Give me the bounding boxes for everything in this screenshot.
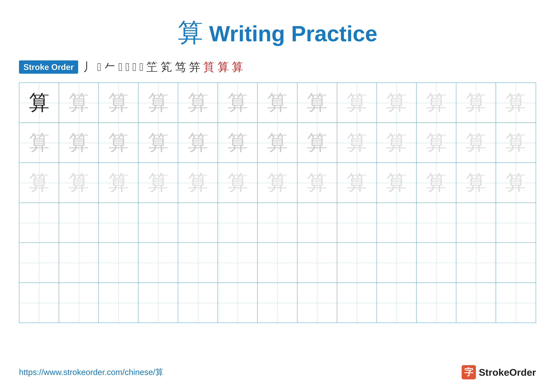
grid-cell-3-3[interactable]: 算 [99,163,139,203]
grid-cell-3-5[interactable]: 算 [178,163,218,203]
grid-cell-2-7[interactable]: 算 [258,123,297,163]
grid-cell-4-4[interactable] [139,203,178,242]
grid-cell-4-12[interactable] [456,203,496,242]
grid-cell-6-6[interactable] [218,283,258,323]
grid-cell-6-9[interactable] [337,283,377,323]
grid-cell-1-9[interactable]: 算 [337,83,377,122]
grid-cell-1-8[interactable]: 算 [297,83,337,122]
grid-cell-1-13[interactable]: 算 [496,83,536,122]
grid-cell-4-6[interactable] [218,203,258,242]
grid-cell-5-3[interactable] [99,243,139,283]
grid-cell-1-5[interactable]: 算 [178,83,218,122]
grid-cell-2-13[interactable]: 算 [496,123,536,163]
grid-cell-4-2[interactable] [59,203,99,242]
grid-cell-3-2[interactable]: 算 [59,163,99,203]
footer-url[interactable]: https://www.strokeorder.com/chinese/算 [19,367,163,378]
practice-char: 算 [346,169,367,197]
grid-cell-2-11[interactable]: 算 [416,123,456,163]
title-text: Writing Practice [203,21,377,46]
grid-cell-2-6[interactable]: 算 [218,123,258,163]
practice-char: 算 [426,169,446,197]
stroke-step-9: 笂 [161,59,172,75]
grid-cell-3-12[interactable]: 算 [456,163,496,203]
practice-char: 算 [426,129,446,157]
grid-cell-3-13[interactable]: 算 [496,163,536,203]
grid-cell-4-8[interactable] [297,203,337,242]
practice-char: 算 [148,89,168,117]
grid-cell-6-3[interactable] [99,283,139,323]
grid-cell-6-13[interactable] [496,283,536,323]
grid-cell-4-9[interactable] [337,203,377,242]
grid-cell-6-12[interactable] [456,283,496,323]
grid-cell-1-6[interactable]: 算 [218,83,258,122]
stroke-step-7: 𠃅 [139,61,144,74]
practice-char: 算 [188,169,208,197]
grid-cell-2-1[interactable]: 算 [19,123,59,163]
grid-cell-5-7[interactable] [258,243,297,283]
grid-cell-1-1[interactable]: 算 [19,83,59,122]
grid-cell-2-12[interactable]: 算 [456,123,496,163]
grid-cell-5-10[interactable] [377,243,416,283]
grid-cell-4-5[interactable] [178,203,218,242]
grid-cell-6-4[interactable] [139,283,178,323]
grid-cell-2-2[interactable]: 算 [59,123,99,163]
grid-cell-4-10[interactable] [377,203,416,242]
practice-char: 算 [426,89,446,117]
grid-cell-2-9[interactable]: 算 [337,123,377,163]
grid-cell-2-10[interactable]: 算 [377,123,416,163]
grid-cell-5-11[interactable] [416,243,456,283]
grid-cell-5-13[interactable] [496,243,536,283]
grid-cell-6-10[interactable] [377,283,416,323]
grid-cell-6-2[interactable] [59,283,99,323]
grid-cell-3-4[interactable]: 算 [139,163,178,203]
grid-cell-5-2[interactable] [59,243,99,283]
grid-cell-3-10[interactable]: 算 [377,163,416,203]
practice-char: 算 [148,129,168,157]
grid-cell-4-1[interactable] [19,203,59,242]
grid-cell-3-8[interactable]: 算 [297,163,337,203]
grid-cell-3-11[interactable]: 算 [416,163,456,203]
grid-cell-3-6[interactable]: 算 [218,163,258,203]
grid-cell-5-4[interactable] [139,243,178,283]
grid-row-4 [19,203,536,243]
grid-cell-5-8[interactable] [297,243,337,283]
stroke-step-8: 笁 [146,59,158,75]
grid-cell-2-8[interactable]: 算 [297,123,337,163]
grid-cell-5-6[interactable] [218,243,258,283]
practice-grid: 算 算 算 算 算 算 算 算 算 算 算 算 算 算 算 算 算 算 算 算 … [19,83,536,323]
grid-cell-2-3[interactable]: 算 [99,123,139,163]
practice-char: 算 [505,169,526,197]
practice-char: 算 [108,169,129,197]
grid-cell-1-7[interactable]: 算 [258,83,297,122]
grid-cell-2-5[interactable]: 算 [178,123,218,163]
stroke-step-11: 笄 [189,59,200,75]
grid-cell-1-3[interactable]: 算 [99,83,139,122]
grid-cell-5-9[interactable] [337,243,377,283]
grid-cell-1-11[interactable]: 算 [416,83,456,122]
grid-cell-5-1[interactable] [19,243,59,283]
grid-cell-6-8[interactable] [297,283,337,323]
grid-cell-6-1[interactable] [19,283,59,323]
grid-cell-6-5[interactable] [178,283,218,323]
grid-cell-1-2[interactable]: 算 [59,83,99,122]
stroke-step-5: 𠂇 [125,61,129,74]
practice-char: 算 [68,129,89,157]
practice-char: 算 [386,129,407,157]
grid-cell-3-7[interactable]: 算 [258,163,297,203]
grid-cell-3-1[interactable]: 算 [19,163,59,203]
grid-cell-4-7[interactable] [258,203,297,242]
grid-cell-1-10[interactable]: 算 [377,83,416,122]
grid-cell-4-3[interactable] [99,203,139,242]
practice-char: 算 [29,169,49,197]
stroke-order-badge: Stroke Order [19,60,78,74]
grid-cell-5-5[interactable] [178,243,218,283]
grid-cell-4-13[interactable] [496,203,536,242]
grid-cell-6-7[interactable] [258,283,297,323]
grid-cell-2-4[interactable]: 算 [139,123,178,163]
grid-cell-1-4[interactable]: 算 [139,83,178,122]
grid-cell-5-12[interactable] [456,243,496,283]
grid-cell-3-9[interactable]: 算 [337,163,377,203]
grid-cell-1-12[interactable]: 算 [456,83,496,122]
grid-cell-4-11[interactable] [416,203,456,242]
grid-cell-6-11[interactable] [416,283,456,323]
